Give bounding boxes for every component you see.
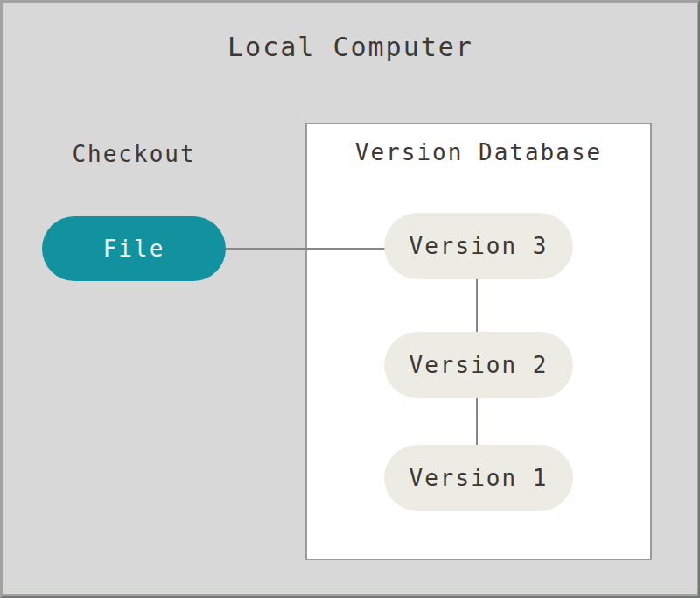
connector-file-to-version3 [226,248,392,250]
connector-version3-to-version2 [476,279,478,334]
version1-node: Version 1 [384,445,573,511]
diagram-title: Local Computer [3,32,698,62]
version2-node: Version 2 [384,332,573,398]
version-database-title: Version Database [307,139,650,165]
connector-version2-to-version1 [476,398,478,447]
version3-node: Version 3 [384,213,573,279]
checkout-label: Checkout [42,141,226,167]
file-node: File [42,216,226,281]
local-computer-diagram: Local Computer Checkout Version Database… [0,0,700,598]
